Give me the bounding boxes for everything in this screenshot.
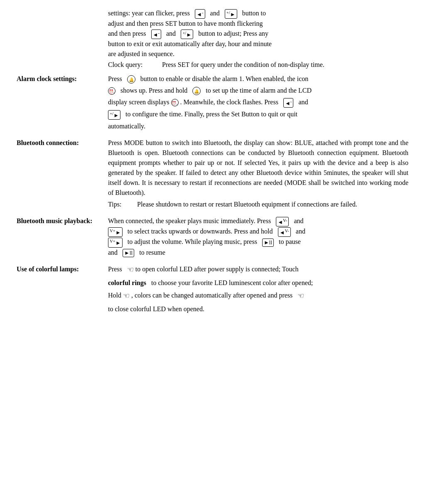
resume-icon: ►ll xyxy=(123,249,134,257)
settings-line3: and then press ◄- and +/► button to adju… xyxy=(108,29,408,39)
alarm-line1: Press 🔔 button to enable or disable the … xyxy=(108,74,408,84)
arrow-right-plus-icon3: +/► xyxy=(108,110,120,120)
colorful-line3: Hold ☜ , colors can be changed automatic… xyxy=(108,290,408,302)
top-settings-block: settings: year can flicker, press ◄- and… xyxy=(108,8,408,70)
bluetooth-text: Press MODE button to switch into Bluetoo… xyxy=(108,138,408,198)
tips-label: Tips: xyxy=(108,199,137,209)
clock-query-row: Clock query: Press SET for query under t… xyxy=(108,60,408,70)
colorful-label: Use of colorful lamps: xyxy=(17,264,108,314)
alarm-line3: display screen displays ⏰1 . Meanwhile, … xyxy=(108,97,408,108)
bluetooth-music-label: Bluetooth music playback: xyxy=(17,216,108,257)
arrow-left-v-minus-icon: ◄V- xyxy=(276,217,289,227)
bm-line4: and ►ll to resume xyxy=(108,248,408,258)
and-text: and xyxy=(210,10,220,17)
alarm-line2: ⏰1 shows up. Press and hold 🔔 to set up … xyxy=(108,86,408,96)
colorful-content: Press ☜ to open colorful LED after power… xyxy=(108,264,408,314)
clock-query-label: Clock query: xyxy=(108,60,162,70)
settings-line4: button to exit or exit automatically aft… xyxy=(108,39,408,49)
arrow-right-plus-icon2: +/► xyxy=(181,30,193,39)
colorful-line2: colorful rings to choose your favorite L… xyxy=(108,278,408,288)
arrow-right-v-plus-icon2: V+► xyxy=(108,238,123,248)
bluetooth-content: Press MODE button to switch into Bluetoo… xyxy=(108,138,408,209)
colorful-line1: Press ☜ to open colorful LED after power… xyxy=(108,264,408,275)
bluetooth-music-section: Bluetooth music playback: When connected… xyxy=(17,216,408,257)
settings-line5: are adjusted in sequence. xyxy=(108,49,408,59)
arrow-left-minus-icon: ◄- xyxy=(195,9,205,19)
finger-icon3: ☜ xyxy=(297,290,304,302)
bell-icon: 🔔 xyxy=(127,75,135,84)
arrow-left-v-minus-icon2: ◄V- xyxy=(278,227,291,237)
finger-icon: ☜ xyxy=(127,264,134,275)
settings-line1: settings: year can flicker, press ◄- and… xyxy=(108,8,408,19)
alarm-line5: automatically. xyxy=(108,121,408,131)
bm-line1: When connected, the speaker plays music … xyxy=(108,216,408,226)
bluetooth-tips: Tips: Please shutdown to restart or rest… xyxy=(108,199,408,209)
page: settings: year can flicker, press ◄- and… xyxy=(17,8,408,314)
bm-line3: V+► to adjust the volume. While playing … xyxy=(108,237,408,247)
clock-query-text: Press SET for query under the condition … xyxy=(162,60,324,70)
finger-icon2: ☜ xyxy=(123,290,130,302)
and-text3: and xyxy=(298,98,308,106)
bluetooth-music-content: When connected, the speaker plays music … xyxy=(108,216,408,257)
alarm-label: Alarm clock settings: xyxy=(17,74,108,131)
arrow-right-v-plus-icon: V+► xyxy=(108,227,123,237)
alarm-line4: +/► to configure the time. Finally, pres… xyxy=(108,109,408,120)
settings-line2: adjust and then press SET button to have… xyxy=(108,19,408,29)
alarm-display-icon: ⏰1 xyxy=(171,99,179,106)
alarm-section: Alarm clock settings: Press 🔔 button to … xyxy=(17,74,408,131)
alarm-content: Press 🔔 button to enable or disable the … xyxy=(108,74,408,131)
bluetooth-section: Bluetooth connection: Press MODE button … xyxy=(17,138,408,209)
colorful-line4: to close colorful LED when opened. xyxy=(108,304,408,314)
alarm-icon-small: ⏰1 xyxy=(108,87,115,95)
bm-line2: V+► to select tracks upwards or downward… xyxy=(108,226,408,237)
and-text2: and xyxy=(166,30,176,37)
bell-icon2: 🔔 xyxy=(192,87,201,95)
colorful-section: Use of colorful lamps: Press ☜ to open c… xyxy=(17,264,408,314)
arrow-left-minus-icon3: ◄- xyxy=(283,98,293,108)
arrow-right-plus-icon: +/► xyxy=(225,9,237,19)
tips-text: Please shutdown to restart or restart Bl… xyxy=(137,199,357,209)
pause-icon: ►ll xyxy=(262,238,274,247)
arrow-left-minus-icon2: ◄- xyxy=(151,30,161,39)
bluetooth-label: Bluetooth connection: xyxy=(17,138,108,209)
